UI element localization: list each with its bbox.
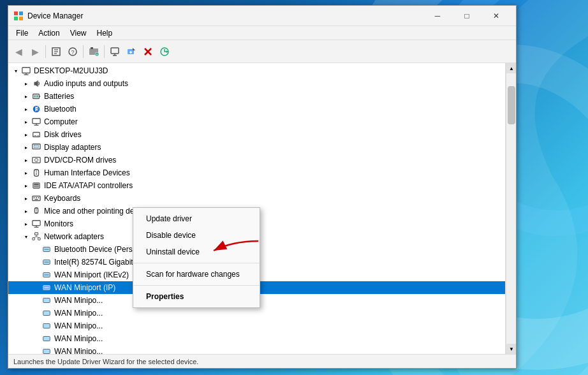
ctx-uninstall-device[interactable]: Uninstall device (133, 244, 260, 260)
svg-rect-55 (34, 197, 35, 198)
audio-expand[interactable] (21, 78, 31, 89)
mice-expand[interactable] (21, 206, 31, 216)
svg-rect-35 (36, 95, 38, 98)
tree-item-wan-2[interactable]: WAN Minipo... (8, 307, 505, 320)
svg-rect-6 (19, 17, 23, 20)
tree-item-disk[interactable]: Disk drives (8, 128, 505, 141)
tree-item-wan-3[interactable]: WAN Minipo... (8, 320, 505, 332)
network-icon (31, 232, 41, 242)
dvd-expand[interactable] (21, 155, 31, 165)
tree-item-bluetooth[interactable]: Bluetooth (8, 103, 505, 115)
nic-icon-3 (41, 270, 52, 280)
toolbar-separator-3 (104, 45, 105, 58)
tree-item-wan-5[interactable]: WAN Minipo... (8, 345, 505, 354)
scroll-thumb[interactable] (508, 86, 515, 124)
ide-expand[interactable] (21, 180, 31, 191)
svg-rect-81 (43, 324, 50, 328)
dvd-label: DVD/CD-ROM drives (44, 156, 116, 165)
monitors-expand[interactable] (21, 219, 31, 229)
display-label: Display adapters (44, 143, 101, 152)
svg-rect-80 (43, 311, 50, 316)
nic-icon-9 (41, 346, 52, 354)
svg-point-50 (36, 173, 37, 175)
svg-rect-5 (14, 17, 18, 20)
nic-icon-5 (41, 295, 52, 305)
minimize-button[interactable]: ─ (423, 6, 452, 26)
svg-line-69 (34, 237, 36, 238)
tree-item-ide[interactable]: IDE ATA/ATAPI controllers (8, 179, 505, 192)
svg-rect-28 (22, 68, 30, 73)
svg-rect-14 (91, 47, 93, 49)
display-expand[interactable] (21, 142, 31, 152)
tree-root[interactable]: DESKTOP-M2UUJ3D (8, 64, 505, 77)
svg-rect-44 (34, 145, 39, 148)
ctx-properties[interactable]: Properties (133, 288, 260, 305)
menu-view[interactable]: View (65, 27, 92, 39)
svg-rect-67 (38, 238, 41, 240)
display-button[interactable] (107, 44, 122, 59)
remove-button[interactable] (140, 44, 156, 59)
dvd-icon (31, 155, 41, 165)
status-text: Launches the Update Driver Wizard for th… (13, 358, 198, 365)
svg-rect-82 (43, 337, 50, 341)
menu-bar: File Action View Help (8, 26, 516, 40)
computer-icon (21, 66, 31, 76)
add-driver-button[interactable] (124, 44, 139, 59)
wan4-expand (31, 334, 41, 344)
forward-button[interactable]: ▶ (27, 44, 43, 59)
root-expand[interactable] (11, 66, 21, 76)
tree-item-wan-4[interactable]: WAN Minipo... (8, 332, 505, 345)
keyboards-label: Keyboards (44, 194, 80, 203)
svg-line-70 (36, 237, 39, 238)
batteries-expand[interactable] (21, 91, 31, 101)
tree-item-audio[interactable]: Audio inputs and outputs (8, 77, 505, 90)
close-button[interactable]: ✕ (481, 6, 511, 26)
tree-item-keyboards[interactable]: Keyboards (8, 192, 505, 205)
root-label: DESKTOP-M2UUJ3D (34, 66, 108, 75)
tree-item-batteries[interactable]: Batteries (8, 90, 505, 103)
mouse-icon (31, 206, 41, 216)
svg-rect-52 (34, 184, 39, 185)
nic-icon-2 (41, 257, 52, 267)
nic-icon-6 (41, 308, 52, 318)
batteries-label: Batteries (44, 92, 74, 101)
tree-item-computer[interactable]: Computer (8, 115, 505, 128)
menu-action[interactable]: Action (33, 27, 64, 39)
hid-icon (31, 168, 41, 178)
tree-item-display[interactable]: Display adapters (8, 141, 505, 154)
hid-expand[interactable] (21, 168, 31, 178)
svg-text:?: ? (71, 49, 74, 55)
nic-icon-1 (41, 244, 52, 254)
update-button[interactable] (157, 44, 172, 59)
ctx-scan-hardware[interactable]: Scan for hardware changes (133, 266, 260, 283)
disk-expand[interactable] (21, 129, 31, 140)
properties-button[interactable] (48, 44, 64, 59)
computer-expand[interactable] (21, 117, 31, 127)
help-button[interactable]: ? (65, 44, 80, 59)
bluetooth-expand[interactable] (21, 104, 31, 114)
wan2-expand (31, 308, 41, 318)
scroll-up-button[interactable]: ▲ (506, 63, 516, 73)
monitors-icon (31, 219, 41, 229)
scan-button[interactable]: + (86, 44, 101, 59)
scroll-down-button[interactable]: ▼ (506, 344, 516, 354)
maximize-button[interactable]: □ (452, 6, 481, 26)
bluetooth-icon (31, 104, 41, 114)
scroll-track[interactable] (506, 73, 516, 344)
audio-icon (31, 78, 41, 89)
ctx-disable-device[interactable]: Disable device (133, 227, 260, 244)
svg-point-42 (38, 135, 39, 136)
scrollbar[interactable]: ▲ ▼ (506, 63, 516, 354)
wan3-label: WAN Minipo... (54, 321, 103, 330)
tree-item-hid[interactable]: Human Interface Devices (8, 166, 505, 179)
menu-help[interactable]: Help (92, 27, 118, 39)
menu-file[interactable]: File (11, 27, 33, 39)
back-button[interactable]: ◀ (11, 44, 26, 59)
svg-rect-58 (34, 199, 38, 200)
keyboards-expand[interactable] (21, 193, 31, 203)
svg-rect-17 (111, 48, 119, 54)
tree-item-dvd[interactable]: DVD/CD-ROM drives (8, 154, 505, 166)
ctx-update-driver[interactable]: Update driver (133, 210, 260, 227)
intel-nic-expand (31, 257, 41, 267)
network-expand[interactable] (21, 232, 31, 242)
